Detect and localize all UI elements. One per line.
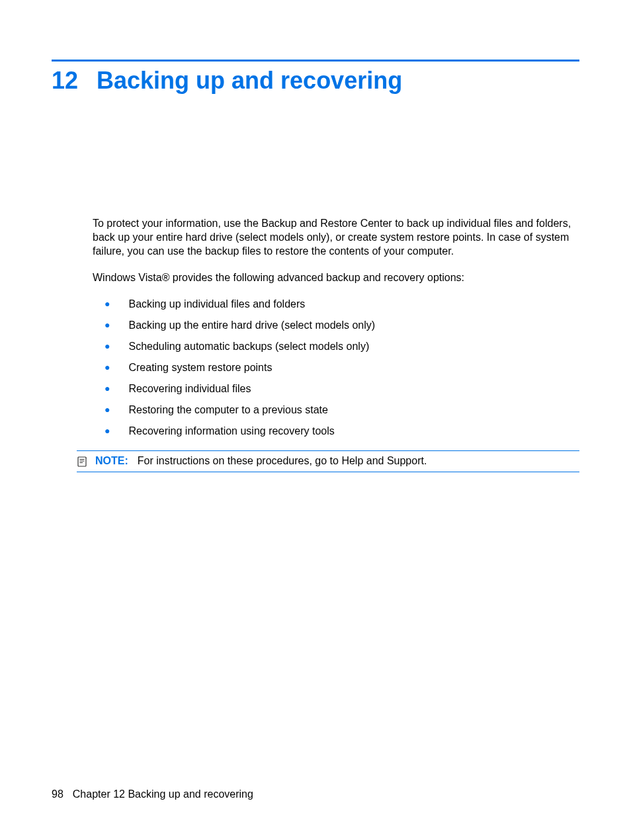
options-intro-paragraph: Windows Vista® provides the following ad…: [93, 271, 579, 285]
list-item-text: Backing up individual files and folders: [128, 298, 305, 310]
note-box: NOTE:For instructions on these procedure…: [77, 450, 579, 472]
svg-rect-0: [78, 457, 86, 466]
bullet-icon: ●: [105, 320, 110, 329]
list-item-text: Creating system restore points: [128, 362, 272, 374]
footer-chapter-ref: Chapter 12 Backing up and recovering: [73, 788, 253, 800]
note-icon: [77, 456, 89, 468]
bullet-icon: ●: [105, 341, 110, 351]
note-text: For instructions on these procedures, go…: [138, 455, 427, 466]
chapter-heading: 12 Backing up and recovering: [52, 67, 579, 95]
page-footer: 98 Chapter 12 Backing up and recovering: [52, 788, 253, 800]
list-item: ● Backing up individual files and folder…: [93, 298, 579, 310]
list-item-text: Recovering information using recovery to…: [128, 425, 334, 437]
body-text: To protect your information, use the Bac…: [93, 217, 579, 472]
document-page: 12 Backing up and recovering To protect …: [0, 0, 631, 840]
bullet-icon: ●: [105, 405, 110, 414]
page-number: 98: [52, 788, 63, 800]
list-item: ● Recovering information using recovery …: [93, 425, 579, 437]
options-list: ● Backing up individual files and folder…: [93, 298, 579, 437]
note-label: NOTE:: [95, 455, 128, 466]
bullet-icon: ●: [105, 299, 110, 308]
list-item: ● Restoring the computer to a previous s…: [93, 404, 579, 416]
list-item: ● Recovering individual files: [93, 383, 579, 395]
list-item-text: Restoring the computer to a previous sta…: [128, 404, 328, 416]
list-item-text: Recovering individual files: [128, 383, 251, 395]
intro-paragraph: To protect your information, use the Bac…: [93, 217, 579, 258]
list-item-text: Scheduling automatic backups (select mod…: [128, 341, 369, 353]
chapter-title: Backing up and recovering: [97, 67, 402, 95]
list-item: ● Scheduling automatic backups (select m…: [93, 341, 579, 353]
bullet-icon: ●: [105, 362, 110, 372]
chapter-number: 12: [52, 67, 78, 95]
chapter-rule: [52, 60, 579, 62]
list-item: ● Creating system restore points: [93, 362, 579, 374]
list-item-text: Backing up the entire hard drive (select…: [128, 319, 375, 331]
bullet-icon: ●: [105, 384, 110, 393]
note-content: NOTE:For instructions on these procedure…: [95, 455, 427, 467]
bullet-icon: ●: [105, 426, 110, 435]
list-item: ● Backing up the entire hard drive (sele…: [93, 319, 579, 331]
